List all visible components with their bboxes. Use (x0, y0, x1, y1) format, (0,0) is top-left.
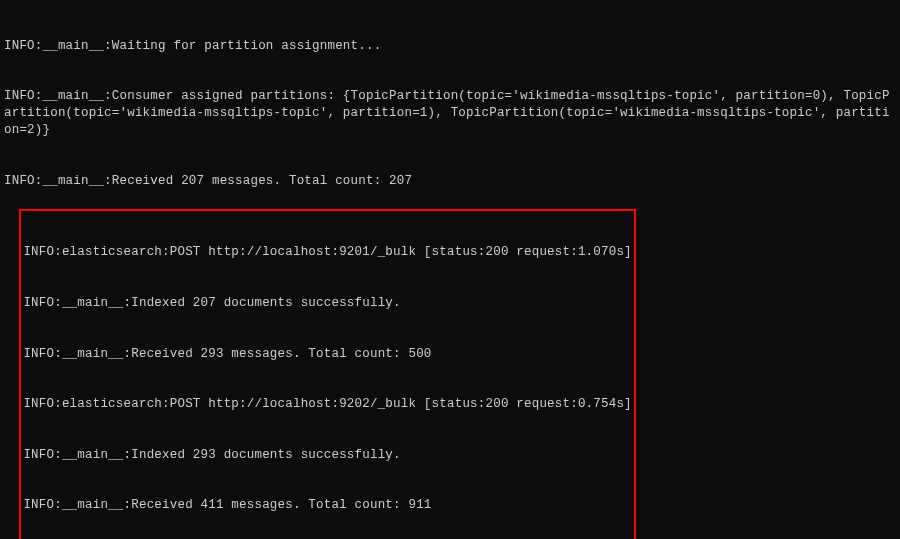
log-line: INFO:elasticsearch:POST http://localhost… (21, 396, 633, 413)
highlighted-log-block: INFO:elasticsearch:POST http://localhost… (19, 209, 635, 540)
log-line: INFO:__main__:Waiting for partition assi… (4, 38, 896, 55)
log-line: INFO:__main__:Consumer assigned partitio… (4, 88, 896, 139)
terminal-output[interactable]: INFO:__main__:Waiting for partition assi… (4, 4, 896, 539)
log-line: INFO:__main__:Indexed 293 documents succ… (21, 447, 633, 464)
log-line: INFO:__main__:Indexed 207 documents succ… (21, 295, 633, 312)
log-line: INFO:elasticsearch:POST http://localhost… (21, 244, 633, 261)
log-line: INFO:__main__:Received 293 messages. Tot… (21, 346, 633, 363)
log-line: INFO:__main__:Received 411 messages. Tot… (21, 497, 633, 514)
log-line: INFO:__main__:Received 207 messages. Tot… (4, 173, 896, 190)
